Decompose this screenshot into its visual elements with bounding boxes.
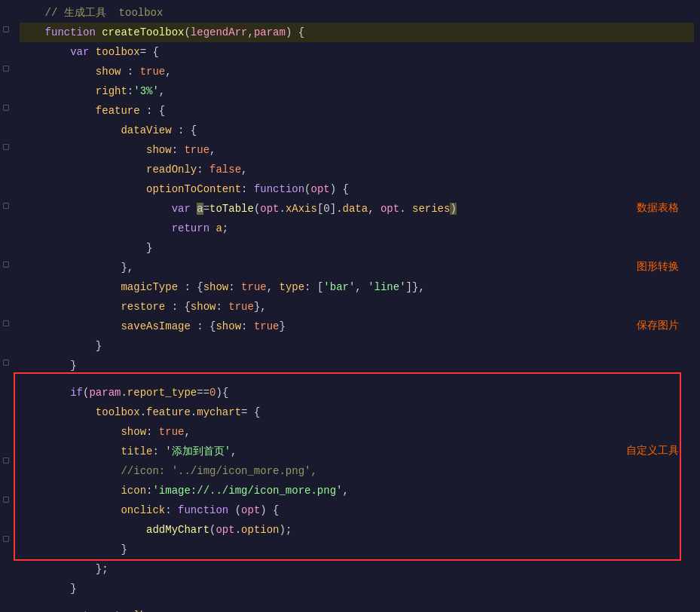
gutter-marker	[2, 196, 11, 216]
code-line: saveAsImage : {show: true} 保存图片	[20, 317, 694, 336]
gutter-marker	[2, 529, 11, 549]
annotation-save-image: 保存图片	[637, 319, 679, 332]
code-line: icon:'image://../img/icon_more.png',	[20, 481, 694, 500]
code-line: addMyChart(opt.option);	[20, 520, 694, 540]
code-line: return toolbox	[20, 606, 694, 612]
gutter-marker	[2, 20, 11, 39]
annotation-data-table: 数据表格	[637, 201, 679, 215]
code-line: readOnly: false,	[20, 160, 694, 179]
code-area: // 生成工具 toolbox function createToolbox(l…	[14, 0, 700, 612]
gutter-marker	[2, 98, 11, 118]
gutter-marker	[2, 137, 11, 157]
code-line: };	[20, 559, 694, 579]
code-line: function createToolbox(legendArr,param) …	[20, 23, 694, 42]
gutter-marker	[2, 255, 11, 274]
code-line: show: true,	[20, 140, 694, 160]
code-line: var toolbox= {	[20, 42, 694, 62]
code-line: feature : {	[20, 101, 694, 121]
code-line-spacer	[20, 375, 694, 383]
code-line: }	[20, 540, 694, 559]
gutter-marker	[2, 59, 11, 78]
code-line: }	[20, 579, 694, 598]
code-line: magicType : {show: true, type: ['bar', '…	[20, 277, 694, 297]
code-line: restore : {show: true},	[20, 297, 694, 317]
gutter-marker	[2, 490, 11, 509]
annotation-chart-convert: 图形转换	[637, 260, 679, 274]
gutter-marker	[2, 314, 11, 333]
code-line: //icon: '../img/icon_more.png',	[20, 461, 694, 481]
annotation-custom-tool: 自定义工具	[626, 444, 679, 457]
code-editor: // 生成工具 toolbox function createToolbox(l…	[0, 0, 700, 612]
code-line: var a=toTable(opt.xAxis[0].data, opt. se…	[20, 199, 694, 219]
code-line: return a;	[20, 219, 694, 238]
code-line-spacer	[20, 598, 694, 606]
code-line: title: '添加到首页', 自定义工具	[20, 442, 694, 461]
code-line: // 生成工具 toolbox	[20, 3, 694, 23]
gutter-marker	[2, 451, 11, 470]
code-line: }	[20, 238, 694, 258]
code-line: dataView : {	[20, 121, 694, 140]
code-line: right:'3%',	[20, 81, 694, 101]
code-line: show: true,	[20, 422, 694, 442]
code-line: if(param.report_type==0){	[20, 383, 694, 402]
code-line: show : true,	[20, 62, 694, 81]
code-line: toolbox.feature.mychart= {	[20, 402, 694, 422]
code-line: }	[20, 356, 694, 375]
code-line: }, 图形转换	[20, 258, 694, 277]
code-line: optionToContent: function(opt) {	[20, 179, 694, 199]
gutter-marker	[2, 353, 11, 372]
code-line: onclick: function (opt) {	[20, 500, 694, 520]
code-line: }	[20, 336, 694, 356]
line-numbers	[0, 0, 14, 612]
